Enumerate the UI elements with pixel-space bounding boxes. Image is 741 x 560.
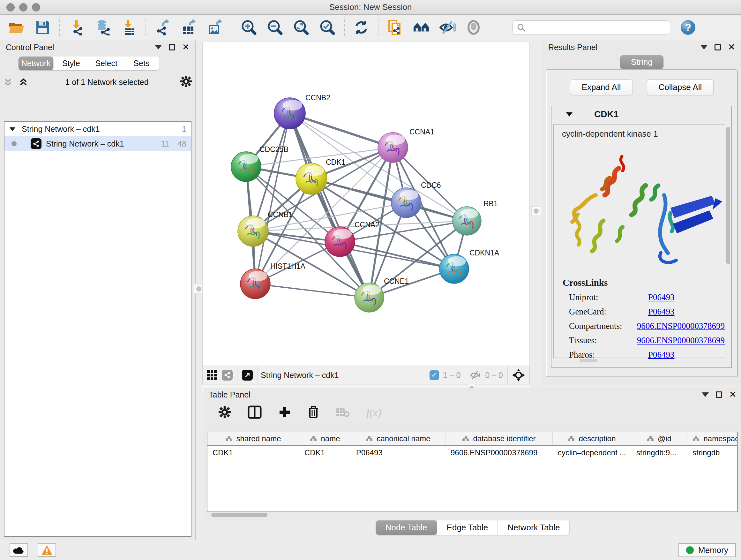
apply-style-refresh-button[interactable] <box>353 19 369 36</box>
detach-view-icon[interactable] <box>242 370 253 381</box>
network-node[interactable] <box>296 163 327 194</box>
column-header[interactable]: @id <box>631 432 687 445</box>
save-session-button[interactable] <box>35 19 51 36</box>
table-cell[interactable]: CDK1 <box>299 446 351 460</box>
float-panel-icon[interactable] <box>715 44 721 51</box>
import-network-database-button[interactable] <box>94 19 111 36</box>
table-row[interactable]: CDK1CDK1P064939606.ENSP00000378699cyclin… <box>207 446 737 460</box>
panel-menu-icon[interactable] <box>700 45 708 50</box>
network-options-gear-icon[interactable] <box>180 75 192 89</box>
crosslink-link[interactable]: 9606.ENSP00000378699 <box>637 335 725 346</box>
search-input[interactable] <box>526 21 666 34</box>
memory-button[interactable]: Memory <box>678 543 736 557</box>
import-table-button[interactable] <box>121 19 137 36</box>
import-network-file-button[interactable] <box>68 19 85 36</box>
crosslink-link[interactable]: P06493 <box>648 307 675 317</box>
column-header[interactable]: database identifier <box>446 432 553 445</box>
export-network-button[interactable] <box>154 19 171 36</box>
zoom-in-button[interactable] <box>241 19 257 36</box>
collection-expand-icon[interactable] <box>9 126 16 132</box>
float-panel-icon[interactable] <box>169 44 175 51</box>
cloud-tasks-button[interactable] <box>10 543 28 557</box>
table-horizontal-scrollbar[interactable] <box>207 512 738 518</box>
warnings-button[interactable] <box>38 543 56 557</box>
network-node[interactable] <box>238 216 268 246</box>
show-columns-icon[interactable] <box>248 406 262 420</box>
splitter-handle[interactable] <box>531 206 541 216</box>
network-edge[interactable] <box>255 113 290 284</box>
network-edge[interactable] <box>312 179 467 221</box>
network-collection-row[interactable]: String Network – cdk1 1 <box>4 122 191 136</box>
network-edge[interactable] <box>255 284 369 298</box>
tab-node-table[interactable]: Node Table <box>376 520 437 535</box>
close-panel-icon[interactable]: ✕ <box>182 44 190 51</box>
tab-network-table[interactable]: Network Table <box>498 520 569 535</box>
close-panel-icon[interactable]: ✕ <box>728 44 735 51</box>
results-horizontal-scrollbar[interactable] <box>580 359 597 362</box>
network-node[interactable] <box>453 206 481 235</box>
crosslink-link[interactable]: P06493 <box>648 293 675 302</box>
create-column-plus-icon[interactable] <box>278 406 291 420</box>
tab-string[interactable]: String <box>620 55 664 69</box>
table-cell[interactable]: stringdb <box>687 446 738 460</box>
network-canvas[interactable]: CCNB2CCNA1CDC25BCDK1CDC6RB1CCNB1CCNA2CDK… <box>202 42 530 366</box>
zoom-selected-button[interactable] <box>319 19 336 36</box>
tab-network[interactable]: Network <box>18 57 54 70</box>
network-row[interactable]: String Network – cdk1 11 48 <box>4 136 191 151</box>
table-cell[interactable]: cyclin–dependent ... <box>553 446 631 460</box>
collapse-all-networks-icon[interactable] <box>3 77 13 87</box>
float-panel-icon[interactable] <box>716 391 722 398</box>
network-node[interactable] <box>240 269 270 299</box>
tab-edge-table[interactable]: Edge Table <box>437 520 498 535</box>
column-header[interactable]: namespace <box>687 432 738 445</box>
help-button[interactable]: ? <box>680 19 696 36</box>
search-box[interactable] <box>513 20 670 35</box>
network-overview-share-icon[interactable] <box>222 370 232 381</box>
export-table-button[interactable] <box>181 19 197 36</box>
close-panel-icon[interactable]: ✕ <box>729 391 737 398</box>
tab-style[interactable]: Style <box>54 57 89 70</box>
section-collapse-icon[interactable] <box>565 111 573 118</box>
birds-eye-view-icon[interactable] <box>207 370 217 380</box>
collapse-all-button[interactable]: Collapse All <box>647 79 714 95</box>
table-cell[interactable]: P06493 <box>351 446 446 460</box>
network-node[interactable] <box>440 254 469 284</box>
table-options-gear-icon[interactable] <box>218 406 231 420</box>
selected-checkbox-icon[interactable]: ✓ <box>429 370 439 380</box>
duplicate-network-button[interactable] <box>387 19 403 36</box>
hide-selected-button[interactable] <box>439 19 456 36</box>
table-cell[interactable]: 9606.ENSP00000378699 <box>446 446 553 460</box>
zoom-out-button[interactable] <box>267 19 283 36</box>
expand-all-networks-icon[interactable] <box>18 77 28 87</box>
results-vertical-scrollbar[interactable] <box>726 127 730 264</box>
zoom-fit-button[interactable] <box>293 19 310 36</box>
expand-all-button[interactable]: Expand All <box>570 79 633 95</box>
node-result-header[interactable]: CDK1 <box>551 106 731 122</box>
crosslink-link[interactable]: P06493 <box>648 350 675 360</box>
tab-sets[interactable]: Sets <box>124 57 159 70</box>
network-node[interactable] <box>325 227 355 257</box>
genemania-homology-button[interactable] <box>413 19 429 36</box>
network-node[interactable] <box>231 152 261 182</box>
export-image-button[interactable] <box>207 19 223 36</box>
column-header[interactable]: name <box>299 432 351 445</box>
panel-menu-icon[interactable] <box>155 45 162 50</box>
open-session-button[interactable] <box>8 19 25 36</box>
fit-selected-crosshair-icon[interactable] <box>512 369 525 381</box>
column-header[interactable]: description <box>553 432 631 445</box>
panel-menu-icon[interactable] <box>702 392 709 397</box>
network-node[interactable] <box>391 188 421 218</box>
delete-column-trash-icon[interactable] <box>308 406 319 420</box>
crosslink-link[interactable]: 9606.ENSP00000378699 <box>637 321 725 331</box>
column-header[interactable]: canonical name <box>351 432 446 445</box>
table-cell[interactable]: CDK1 <box>207 446 299 460</box>
show-all-button[interactable] <box>465 19 482 36</box>
node-table[interactable]: shared namenamecanonical namedatabase id… <box>207 432 738 512</box>
network-node[interactable] <box>378 132 408 163</box>
table-cell[interactable]: stringdb:9... <box>631 446 687 460</box>
network-edge[interactable] <box>290 113 393 147</box>
tab-select[interactable]: Select <box>89 57 124 70</box>
column-header[interactable]: shared name <box>207 432 299 445</box>
network-node[interactable] <box>274 98 306 129</box>
network-node[interactable] <box>354 283 384 312</box>
